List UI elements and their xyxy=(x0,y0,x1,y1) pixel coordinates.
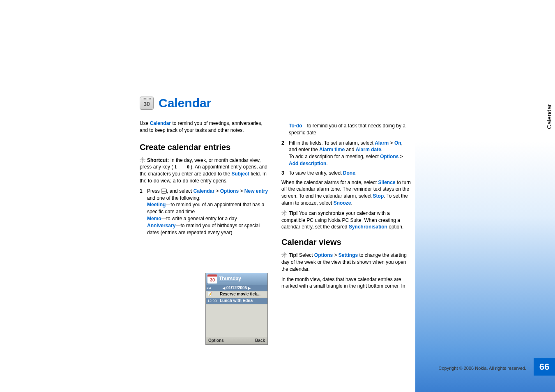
key-0-icon: 0 xyxy=(186,164,191,171)
section-calendar-views: Calendar views xyxy=(281,236,411,248)
phone-3g-indicator: 3G xyxy=(207,285,211,291)
phone-softkey-right: Back xyxy=(255,338,265,344)
chapter-header: 30 Calendar xyxy=(140,95,269,112)
section-create-entries: Create calendar entries xyxy=(140,141,269,153)
tip-icon xyxy=(281,252,287,258)
phone-arrow-right-icon: ▶ xyxy=(248,286,251,290)
phone-topbar: 30 Thursday xyxy=(206,273,267,285)
meeting-link: Meeting xyxy=(147,202,166,208)
menu-key-icon xyxy=(161,189,167,194)
phone-date: 01/12/2005 xyxy=(226,286,247,290)
right-column: To-do—to remind you of a task that needs… xyxy=(281,95,411,293)
views-tip: Tip! Select Options > Settings to change… xyxy=(281,252,411,272)
step-1-body: Press , and select Calendar > Options > … xyxy=(147,188,269,236)
calendar-icon-number: 30 xyxy=(140,100,153,108)
left-column: 30 Calendar Use Calendar to remind you o… xyxy=(140,95,269,293)
step-number-3: 3 xyxy=(281,170,289,177)
phone-day-label: Thursday xyxy=(219,275,241,282)
phone-arrow-left-icon: ◀ xyxy=(223,286,225,290)
gradient-background xyxy=(415,142,555,392)
side-tab: Calendar xyxy=(543,97,555,142)
subject-link: Subject xyxy=(231,171,249,177)
anniversary-link: Anniversary xyxy=(147,223,175,228)
side-tab-label: Calendar xyxy=(546,102,553,131)
phone-screenshot: 30 Thursday 3G ◀ 01/12/2005 ▶ 📝 Reserve … xyxy=(205,273,269,345)
phone-softkey-left: Options xyxy=(208,338,224,344)
shortcut-label: Shortcut: xyxy=(147,157,169,163)
todo-line: To-do—to remind you of a task that needs… xyxy=(281,122,411,136)
step-2: 2 Fill in the fields. To set an alarm, s… xyxy=(281,140,411,167)
key-1-icon: 1 xyxy=(173,164,178,171)
phone-date-bar: 3G ◀ 01/12/2005 ▶ xyxy=(206,285,267,291)
todo-link: To-do xyxy=(289,123,302,129)
month-view-paragraph: In the month view, dates that have calen… xyxy=(281,276,411,290)
step-3: 3 To save the entry, select Done. xyxy=(281,170,411,177)
calendar-link: Calendar xyxy=(150,120,171,126)
shortcut-paragraph: Shortcut: In the day, week, or month cal… xyxy=(140,157,269,184)
tip-icon xyxy=(281,210,287,216)
tip-label: Tip! xyxy=(289,252,298,258)
alarm-paragraph: When the calendar alarms for a note, sel… xyxy=(281,179,411,207)
phone-entry-row: 📝 Reserve movie tick... xyxy=(206,291,267,298)
memo-link: Memo xyxy=(147,216,161,221)
phone-calendar-icon: 30 xyxy=(207,274,217,284)
phone-note-icon: 📝 xyxy=(207,292,220,297)
tip-label: Tip! xyxy=(289,210,298,216)
intro-paragraph: Use Calendar to remind you of meetings, … xyxy=(140,120,269,134)
phone-entry-row-selected: 12:00 Lunch with Edna xyxy=(206,298,267,304)
step-number-1: 1 xyxy=(140,188,147,236)
step-1-block: 1 Press , and select Calendar > Options … xyxy=(140,188,269,236)
phone-softkey-bar: Options Back xyxy=(206,337,267,344)
step-number-2: 2 xyxy=(281,140,289,167)
page-body: 30 Calendar Use Calendar to remind you o… xyxy=(140,95,411,293)
phone-entry-time: 12:00 xyxy=(207,298,220,304)
page-number: 66 xyxy=(534,358,555,376)
copyright-text: Copyright © 2006 Nokia. All rights reser… xyxy=(438,366,526,371)
shortcut-icon xyxy=(140,157,145,163)
calendar-app-icon: 30 xyxy=(140,97,154,110)
sync-tip: Tip! You can synchronize your calendar w… xyxy=(281,210,411,231)
chapter-title: Calendar xyxy=(159,95,211,112)
